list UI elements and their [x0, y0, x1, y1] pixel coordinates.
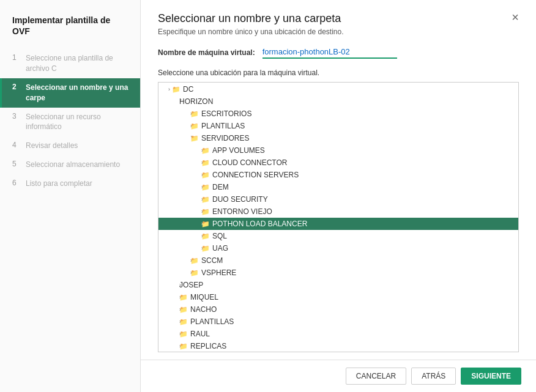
folder-icon: 📁 [201, 220, 210, 228]
step-number: 1 [12, 53, 21, 62]
tree-item[interactable]: ›📁ESCRITORIOS [158, 108, 518, 120]
tree-chevron: › [163, 282, 179, 288]
folder-icon: 📁 [201, 159, 210, 167]
back-button[interactable]: ATRÁS [411, 368, 456, 385]
tree-item[interactable]: ›📁APP VOLUMES [158, 144, 518, 157]
tree-item-label: DEM [212, 183, 229, 191]
tree-item-label: CLOUD CONNECTOR [212, 158, 287, 167]
folder-icon: 📁 [201, 196, 210, 204]
sidebar-step-1[interactable]: 1 Seleccione una plantilla de archivo C [0, 49, 140, 78]
tree-item[interactable]: ›📁PLANTILLAS [158, 120, 518, 132]
tree-item-label: PLANTILLAS [201, 122, 245, 130]
tree-item-label: MIQUEL [190, 293, 218, 301]
tree-item[interactable]: ›JOSEP [158, 279, 518, 291]
vm-name-row: Nombre de máquina virtual: [141, 36, 536, 61]
tree-item[interactable]: ˅📁SERVIDORES [158, 132, 518, 144]
step-number: 6 [12, 179, 21, 187]
step-label: Seleccione una plantilla de archivo C [26, 53, 130, 74]
tree-chevron: › [163, 294, 179, 300]
sidebar-steps: 1 Seleccione una plantilla de archivo C … [0, 49, 140, 193]
tree-item[interactable]: ›📁NACHO [158, 303, 518, 316]
tree-chevron: ˅ [163, 135, 190, 141]
folder-icon: 📁 [201, 171, 210, 179]
folder-icon: 📁 [201, 147, 210, 155]
step-label: Seleccionar un recurso informático [26, 112, 130, 133]
sidebar-step-4[interactable]: 4 Revisar detalles [0, 136, 140, 155]
folder-icon: 📁 [201, 232, 210, 240]
sidebar: Implementar plantilla de OVF 1 Seleccion… [0, 0, 141, 392]
close-button[interactable]: × [512, 11, 519, 23]
tree-item[interactable]: ›📁VSPHERE [158, 267, 518, 279]
tree-chevron: › [163, 319, 179, 325]
folder-icon: 📁 [190, 269, 199, 277]
dialog: Implementar plantilla de OVF 1 Seleccion… [0, 0, 536, 392]
tree-item[interactable]: ˅HORIZON [158, 95, 518, 108]
tree-chevron: › [163, 343, 179, 349]
tree-item[interactable]: ›📁SCCM [158, 254, 518, 267]
vm-name-input[interactable] [262, 46, 397, 59]
tree-chevron: › [163, 233, 201, 239]
tree-item[interactable]: ›📁PLANTILLAS [158, 316, 518, 328]
tree-item[interactable]: ›📁UAG [158, 242, 518, 254]
tree-item-label: CONNECTION SERVERS [212, 171, 299, 179]
step-number: 5 [12, 160, 21, 168]
tree-item-label: APP VOLUMES [212, 146, 265, 155]
folder-icon: 📁 [172, 86, 181, 94]
tree-chevron: › [163, 196, 201, 202]
dialog-subtitle: Especifique un nombre único y una ubicac… [158, 28, 344, 36]
folder-icon: 📁 [179, 342, 188, 350]
tree-chevron: › [163, 172, 201, 178]
sidebar-step-6[interactable]: 6 Listo para completar [0, 174, 140, 193]
folder-icon: 📁 [190, 110, 199, 118]
folder-icon: 📁 [179, 330, 188, 338]
step-label: Listo para completar [26, 179, 92, 189]
tree-item-label: VSPHERE [201, 268, 236, 277]
tree-chevron: › [163, 86, 172, 92]
tree-chevron: › [163, 160, 201, 166]
tree-item-label: SCCM [201, 256, 223, 265]
tree-item[interactable]: ›📁CLOUD CONNECTOR [158, 157, 518, 169]
tree-item[interactable]: ›📁POTHON LOAD BALANCER [158, 218, 518, 230]
tree-scroll: ›📁DC˅HORIZON›📁ESCRITORIOS›📁PLANTILLAS˅📁S… [158, 82, 518, 352]
folder-icon: 📁 [179, 294, 188, 301]
tree-chevron: › [163, 257, 190, 264]
folder-icon: 📁 [190, 122, 199, 130]
step-label: Revisar detalles [26, 141, 78, 151]
tree-chevron: › [163, 331, 179, 337]
tree-item[interactable]: ›📁SQL [158, 230, 518, 242]
folder-icon: 📁 [179, 306, 188, 314]
cancel-button[interactable]: CANCELAR [346, 368, 406, 385]
step-number: 4 [12, 141, 21, 149]
folder-icon: 📁 [190, 257, 199, 265]
sidebar-step-3[interactable]: 3 Seleccionar un recurso informático [0, 108, 140, 137]
folder-icon: 📁 [190, 135, 199, 142]
tree-item-label: ESCRITORIOS [201, 109, 251, 118]
location-label: Seleccione una ubicación para la máquina… [141, 61, 536, 82]
main-content: Seleccionar un nombre y una carpeta Espe… [141, 0, 536, 392]
folder-icon: 📁 [201, 245, 210, 253]
tree-item[interactable]: ›📁CONNECTION SERVERS [158, 169, 518, 181]
tree-item[interactable]: ›📁DC [158, 83, 518, 95]
tree-item[interactable]: ›📁DEM [158, 181, 518, 193]
sidebar-step-2[interactable]: 2 Seleccionar un nombre y una carpe [0, 78, 140, 108]
dialog-footer: CANCELAR ATRÁS SIGUIENTE [141, 360, 536, 392]
tree-item[interactable]: ›📁MIQUEL [158, 291, 518, 303]
tree-item-label: UAG [212, 244, 228, 253]
dialog-title: Seleccionar un nombre y una carpeta [158, 12, 344, 25]
tree-item-label: HORIZON [179, 97, 213, 106]
tree-item[interactable]: ›📁REPLICAS [158, 340, 518, 352]
step-label: Seleccionar almacenamiento [26, 160, 120, 170]
next-button[interactable]: SIGUIENTE [461, 368, 521, 385]
dialog-header-text: Seleccionar un nombre y una carpeta Espe… [158, 12, 344, 36]
folder-icon: 📁 [201, 183, 210, 191]
tree-item-label: SQL [212, 232, 227, 240]
tree-item[interactable]: ›📁ENTORNO VIEJO [158, 205, 518, 218]
step-label: Seleccionar un nombre y una carpe [26, 83, 130, 103]
sidebar-title: Implementar plantilla de OVF [0, 15, 140, 49]
tree-container[interactable]: ›📁DC˅HORIZON›📁ESCRITORIOS›📁PLANTILLAS˅📁S… [158, 82, 519, 352]
sidebar-step-5[interactable]: 5 Seleccionar almacenamiento [0, 155, 140, 174]
vm-name-label: Nombre de máquina virtual: [158, 48, 255, 57]
tree-item[interactable]: ›📁DUO SECURITY [158, 193, 518, 205]
tree-item-label: NACHO [190, 305, 217, 314]
tree-item[interactable]: ›📁RAUL [158, 328, 518, 340]
